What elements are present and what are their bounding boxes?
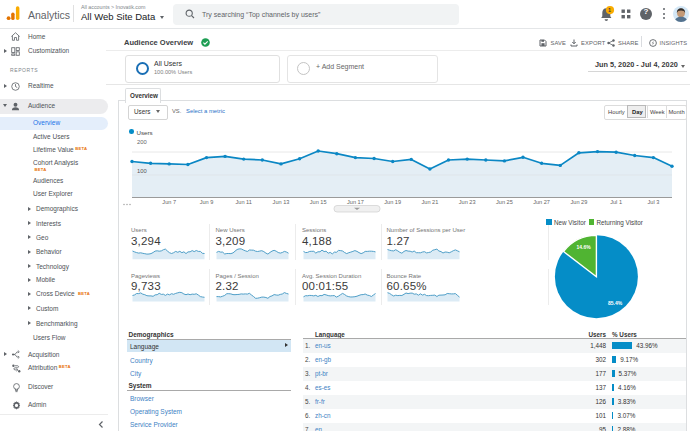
- svg-text:100: 100: [137, 168, 147, 174]
- svg-text:Jun 13: Jun 13: [273, 199, 290, 205]
- svg-text:Jun 17: Jun 17: [347, 199, 364, 205]
- svg-text:Jun 27: Jun 27: [533, 199, 550, 205]
- svg-text:Jun 15: Jun 15: [310, 199, 327, 205]
- svg-text:Jun 25: Jun 25: [496, 199, 513, 205]
- svg-text:Jun 29: Jun 29: [571, 199, 588, 205]
- svg-text:Jun 11: Jun 11: [236, 199, 252, 205]
- svg-text:200: 200: [137, 139, 147, 145]
- svg-text:Jul 3: Jul 3: [647, 199, 659, 205]
- svg-text:Jun 21: Jun 21: [422, 199, 439, 205]
- svg-text:Jul 1: Jul 1: [610, 199, 622, 205]
- svg-text:14.6%: 14.6%: [577, 244, 592, 250]
- svg-text:Jun 23: Jun 23: [459, 199, 476, 205]
- svg-text:Jun 9: Jun 9: [200, 199, 214, 205]
- svg-text:85.4%: 85.4%: [608, 300, 623, 306]
- svg-text:Jun 19: Jun 19: [384, 199, 401, 205]
- svg-text:Jun 7: Jun 7: [162, 199, 176, 205]
